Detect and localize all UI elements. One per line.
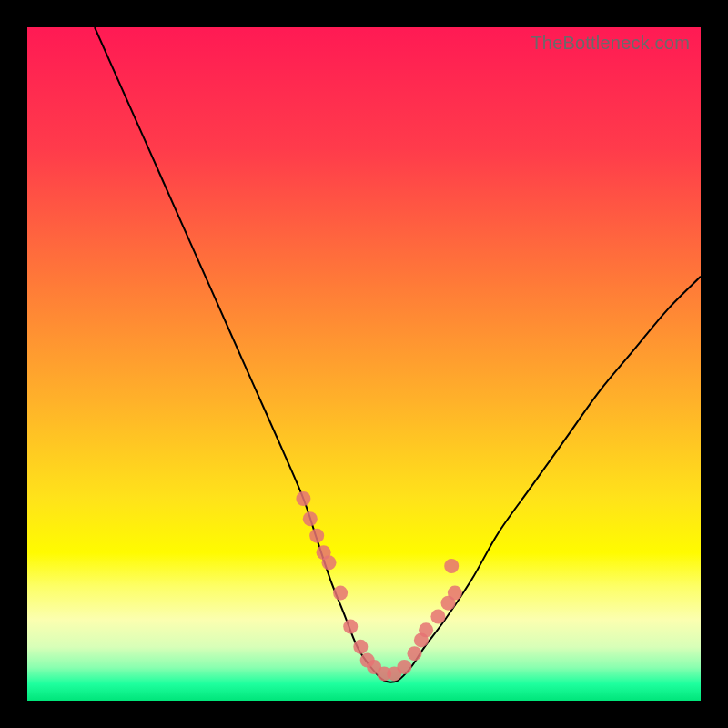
data-dot [353,640,368,654]
data-dot [296,491,310,506]
data-dot [343,620,358,634]
data-dot [430,610,445,624]
data-dot [309,529,324,543]
curve-layer [27,27,701,701]
bottleneck-curve [95,27,701,682]
data-dot [303,511,318,526]
data-dot [448,586,462,601]
data-dot [419,622,433,637]
data-dot [444,559,459,573]
chart-frame: TheBottleneck.com [27,27,701,701]
data-dot [408,646,422,661]
data-dot [397,660,411,674]
plot-area: TheBottleneck.com [27,27,701,701]
data-dot [333,586,348,601]
data-dot [322,555,337,570]
data-dots [296,491,462,681]
